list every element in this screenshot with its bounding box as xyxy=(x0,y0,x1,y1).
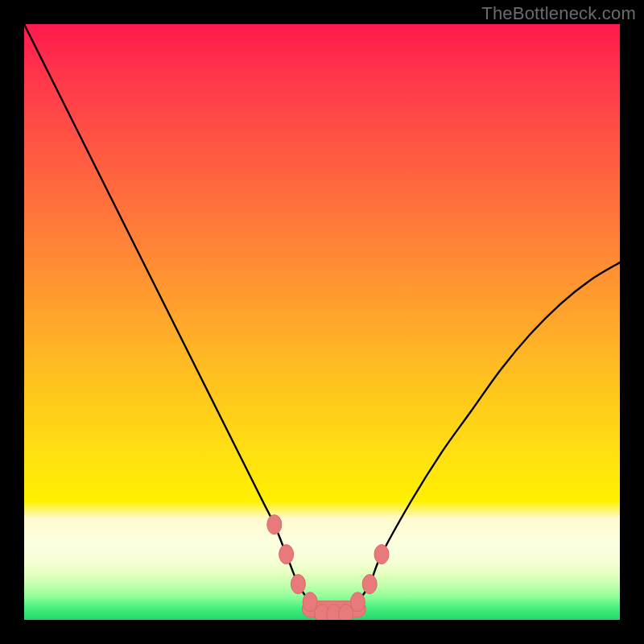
curve-layer xyxy=(24,24,620,620)
chart-stage: TheBottleneck.com xyxy=(0,0,644,644)
marker-point xyxy=(374,545,389,564)
marker-point xyxy=(279,545,294,564)
bottleneck-curve-path xyxy=(24,24,620,615)
marker-point xyxy=(267,515,282,535)
plot-area xyxy=(24,24,620,620)
marker-point xyxy=(350,592,365,612)
marker-point xyxy=(362,575,377,594)
attribution-label: TheBottleneck.com xyxy=(481,3,636,24)
marker-point xyxy=(303,592,317,612)
marker-point xyxy=(339,605,353,620)
marker-point xyxy=(291,575,305,594)
